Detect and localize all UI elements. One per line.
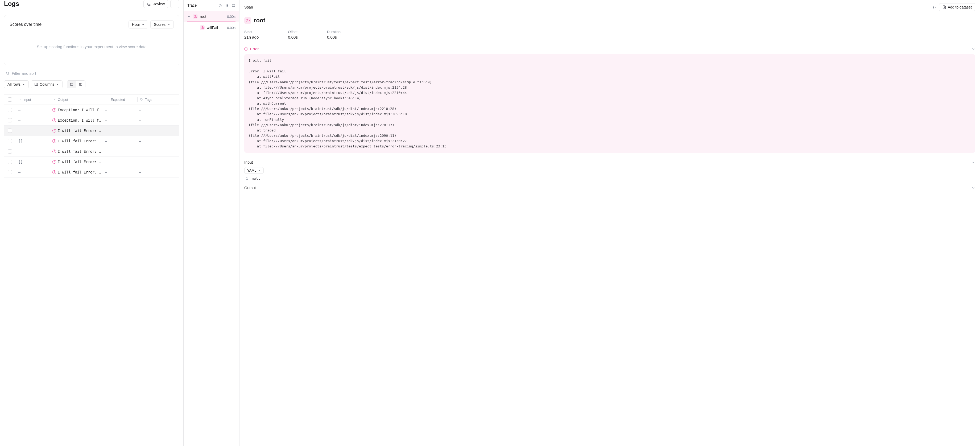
stopwatch-icon[interactable] xyxy=(218,3,222,8)
cell-expected: – xyxy=(105,108,107,112)
output-section-title[interactable]: Output xyxy=(244,186,256,190)
col-header-expected[interactable]: Expected xyxy=(103,94,137,105)
input-line-number: 1 xyxy=(244,177,248,180)
cell-tags: – xyxy=(139,139,141,143)
cell-input: – xyxy=(18,118,21,123)
table-row[interactable]: –I will fail Error: …–– xyxy=(4,167,179,177)
row-checkbox[interactable] xyxy=(8,118,12,123)
table-row[interactable]: []I will fail Error: …–– xyxy=(4,157,179,167)
table-row[interactable]: –Exception: I will f…–– xyxy=(4,115,179,126)
scores-card-title: Scores over time xyxy=(10,22,41,27)
error-section-title[interactable]: Error xyxy=(244,47,259,51)
columns-button[interactable]: Columns xyxy=(31,80,62,88)
panel-icon[interactable] xyxy=(232,3,235,8)
chevron-down-icon[interactable] xyxy=(972,161,975,164)
chevron-down-icon[interactable] xyxy=(972,186,975,190)
svg-rect-25 xyxy=(232,4,235,6)
chevron-down-icon xyxy=(258,169,261,172)
rows-filter-button[interactable]: All rows xyxy=(4,80,29,88)
error-badge xyxy=(193,14,198,19)
cell-tags: – xyxy=(139,160,141,164)
cell-expected: – xyxy=(105,149,107,153)
more-vertical-icon xyxy=(173,2,177,6)
svg-line-15 xyxy=(20,99,21,100)
cell-tags: – xyxy=(139,149,141,153)
add-to-dataset-label: Add to dataset xyxy=(948,5,972,9)
col-header-input[interactable]: Input xyxy=(16,94,50,105)
view-list-button[interactable] xyxy=(67,81,76,88)
svg-point-3 xyxy=(175,3,175,3)
chevron-down-icon[interactable] xyxy=(187,15,191,18)
svg-line-16 xyxy=(54,99,55,100)
cell-output: I will fail Error: … xyxy=(58,160,101,164)
list-view-icon xyxy=(70,83,73,86)
time-bucket-select[interactable]: Hour xyxy=(129,21,148,29)
chevron-down-icon xyxy=(167,23,170,26)
input-code: 1 null xyxy=(244,177,975,180)
cell-output: Exception: I will f… xyxy=(58,118,101,123)
trace-item[interactable]: root0.00s xyxy=(184,11,239,22)
span-title: root xyxy=(254,17,265,24)
cell-output: I will fail Error: … xyxy=(58,129,101,133)
rows-filter-label: All rows xyxy=(8,82,21,86)
row-checkbox[interactable] xyxy=(8,160,12,164)
row-checkbox[interactable] xyxy=(8,170,12,174)
error-icon xyxy=(201,26,204,29)
cell-tags: – xyxy=(139,108,141,112)
svg-rect-10 xyxy=(70,83,73,85)
error-text: I will fail Error: I will fail at willFa… xyxy=(244,54,975,153)
error-icon xyxy=(52,160,56,164)
view-toggle xyxy=(67,80,86,88)
review-label: Review xyxy=(153,2,165,6)
trace-item-duration: 0.00s xyxy=(227,26,235,30)
chevron-down-icon[interactable] xyxy=(972,47,975,51)
table-row[interactable]: –I will fail Error: …–– xyxy=(4,126,179,136)
col-header-tags[interactable]: Tags xyxy=(138,94,165,105)
error-icon xyxy=(52,129,56,132)
cell-expected: – xyxy=(105,170,107,174)
metric-select[interactable]: Scores xyxy=(150,21,174,29)
search-icon xyxy=(6,71,10,75)
scores-empty-message: Set up scoring functions in your experim… xyxy=(10,29,174,60)
cell-input: – xyxy=(18,108,21,112)
cell-input: – xyxy=(18,129,21,133)
cell-input: – xyxy=(18,149,21,153)
cell-tags: – xyxy=(139,118,141,123)
meta-offset-value: 0.00s xyxy=(288,35,298,39)
cell-expected: – xyxy=(105,160,107,164)
error-icon xyxy=(52,170,56,174)
table-row[interactable]: []I will fail Error: …–– xyxy=(4,136,179,147)
table-row[interactable]: –I will fail Error: …–– xyxy=(4,147,179,157)
time-bucket-label: Hour xyxy=(132,22,140,27)
select-all-checkbox[interactable] xyxy=(8,97,12,102)
error-icon xyxy=(244,47,248,51)
trace-item-duration: 0.00s xyxy=(227,14,235,19)
row-checkbox[interactable] xyxy=(8,129,12,133)
row-checkbox[interactable] xyxy=(8,139,12,143)
meta-duration-value: 0.00s xyxy=(327,35,340,39)
filter-input[interactable]: Filter and sort xyxy=(4,71,179,76)
review-button[interactable]: Review xyxy=(143,0,168,8)
meta-offset-label: Offset xyxy=(288,30,298,34)
row-checkbox[interactable] xyxy=(8,108,12,112)
error-icon xyxy=(52,150,56,153)
cell-input: [] xyxy=(18,139,22,143)
input-section-title[interactable]: Input xyxy=(244,160,253,164)
arrow-up-right-icon xyxy=(53,98,56,101)
col-header-output[interactable]: Output xyxy=(50,94,103,105)
trace-item[interactable]: willFail0.00s xyxy=(184,22,239,33)
collapse-icon[interactable] xyxy=(225,3,229,8)
split-view-icon xyxy=(79,83,83,86)
chevron-down-icon xyxy=(142,23,145,26)
collapse-icon[interactable] xyxy=(932,5,936,9)
span-error-badge xyxy=(244,17,251,24)
scores-card: Scores over time Hour Scores Set up scor… xyxy=(4,15,179,65)
more-menu-button[interactable] xyxy=(170,0,179,8)
row-checkbox[interactable] xyxy=(8,149,12,153)
add-to-dataset-button[interactable]: Add to dataset xyxy=(939,3,975,11)
table-row[interactable]: –Exception: I will f…–– xyxy=(4,105,179,115)
svg-point-6 xyxy=(6,72,9,75)
input-format-select[interactable]: YAML xyxy=(244,167,264,174)
cell-expected: – xyxy=(105,129,107,133)
view-split-button[interactable] xyxy=(76,81,85,88)
